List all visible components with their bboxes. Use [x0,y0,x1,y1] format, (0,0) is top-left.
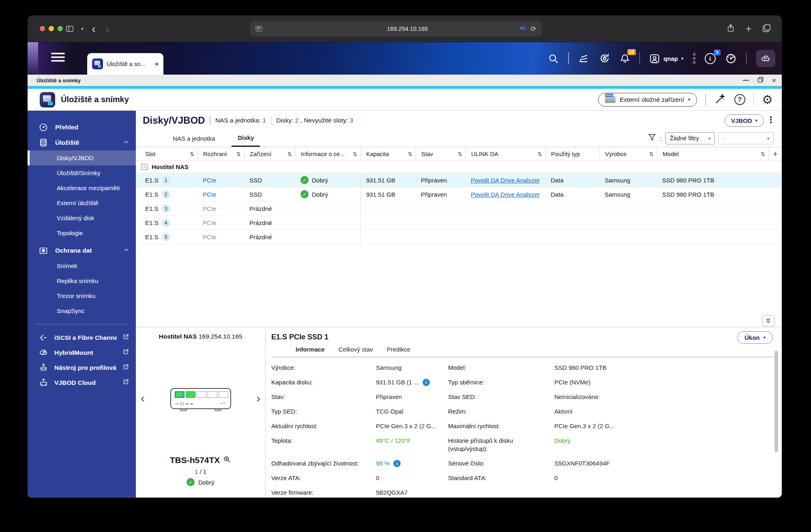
nas-device-illustration[interactable] [170,388,231,409]
minimize-icon[interactable] [743,80,749,81]
tab-disky[interactable]: Disky [232,130,260,147]
tab-overview-icon[interactable] [762,24,771,34]
notifications-bell-icon[interactable]: 10 [620,53,630,64]
mac-zoom-button[interactable] [58,26,63,31]
interface-link[interactable]: PCIe [203,177,216,184]
sidebar-item-externi-uloziste[interactable]: Externí úložiště [28,195,136,210]
sort-icon[interactable]: ⇅ [649,151,654,157]
back-icon[interactable]: ‹ [90,23,97,35]
table-row[interactable]: E1.S1 PCIe SSD ✓Dobrý 931.51 GB Připrave… [136,173,782,187]
vjbod-button[interactable]: VJBOD ▾ [725,114,764,127]
column-model[interactable]: Model⇅ [657,147,768,161]
info-icon[interactable]: i [423,379,430,386]
filter-funnel-icon[interactable] [648,133,657,144]
sync-lock-icon[interactable] [599,53,610,64]
system-info-icon[interactable]: i 3 [705,53,716,64]
external-device-selector[interactable]: Externí úložné zařízení ▾ [598,93,697,107]
filter-dropdown[interactable]: Žádné filtry ▾ [665,132,715,144]
sidebar-section-ochrana-dat[interactable]: Ochrana dat [28,243,136,258]
sort-icon[interactable]: ⇅ [408,151,412,157]
dashboard-gauge-icon[interactable] [725,53,737,64]
device-slot-3[interactable] [197,391,206,398]
sort-icon[interactable]: ⇅ [458,151,462,157]
sidebar-link-profilovani[interactable]: Nástroj pro profilování.. [28,360,136,375]
device-slot-2[interactable] [186,391,195,398]
page-more-options-icon[interactable]: ⋮ [766,115,775,125]
column-kapacita[interactable]: Kapacita⇅ [360,147,416,161]
carousel-left-icon[interactable]: ‹ [141,392,145,404]
sort-icon[interactable]: ⇅ [761,151,765,157]
page-format-icon[interactable] [255,26,262,32]
reload-icon[interactable]: ⟳ [530,25,536,33]
user-menu[interactable]: qnap ▾ [649,53,683,64]
sidebar-item-akcelerace[interactable]: Akcelerace mezipaměti [28,180,136,195]
table-row[interactable]: E1.S3 PCIe Prázdné [136,202,782,216]
search-icon[interactable] [548,53,559,64]
sidebar-item-disky-vjbod[interactable]: Disky/VJBOD [28,150,136,165]
tab-group-caret-icon[interactable]: ▾ [81,26,84,32]
app-taskbar-tab[interactable]: Úložiště a sn... × [87,53,163,75]
column-informace[interactable]: Informace o ce...⇅ [295,147,360,161]
detail-tab-informace[interactable]: Informace [296,346,325,355]
sidebar-item-vzdaleny-disk[interactable]: Vzdálený disk [28,210,136,225]
tab-close-icon[interactable]: × [155,60,159,67]
share-icon[interactable] [726,23,735,34]
sidebar-item-topologie[interactable]: Topologie [28,225,136,240]
table-row[interactable]: E1.S4 PCIe Prázdné [136,216,782,230]
sidebar-toggle-icon[interactable] [65,24,75,33]
collapse-panel-button[interactable] [762,315,775,326]
help-icon[interactable]: ? [734,94,745,105]
ulink-da-link[interactable]: Povolit DA Drive Analyzer [471,191,540,198]
mac-close-button[interactable] [40,26,45,31]
column-ulink-da[interactable]: ULINK DA⇅ [466,147,545,161]
column-rozhrani[interactable]: Rozhraní⇅ [197,147,244,161]
carousel-right-icon[interactable]: › [256,392,260,404]
detail-scrollbar-thumb[interactable] [775,351,778,452]
sidebar-link-iscsi[interactable]: iSCSI a Fibre Channel [28,330,136,345]
more-options-icon[interactable] [693,53,695,64]
table-row[interactable]: E1.S2 PCIe SSD ✓Dobrý 931.51 GB Připrave… [136,187,782,202]
sidebar-item-snapsync[interactable]: SnapSync [28,303,136,318]
forward-icon[interactable]: › [104,23,111,35]
info-icon[interactable]: i [393,460,401,467]
sidebar-item-trezor-snimku[interactable]: Trezor snímku [28,288,136,303]
table-row[interactable]: E1.S5 PCIe Prázdné [136,230,782,244]
device-slot-4[interactable] [208,391,217,398]
tab-nas-a-jednotka[interactable]: NAS a jednotka [167,130,221,147]
collapse-group-icon[interactable]: − [142,164,148,170]
sort-icon[interactable]: ⇅ [190,151,194,157]
column-stav[interactable]: Stav⇅ [416,147,466,161]
settings-gear-icon[interactable]: ⚙ [762,94,773,106]
new-tab-icon[interactable]: + [746,23,751,34]
add-column-icon[interactable]: + [768,147,782,161]
sidebar-link-vjbod-cloud[interactable]: VJBOD Cloud [28,375,136,390]
sidebar-link-hybridmount[interactable]: HybridMount [28,345,136,360]
sort-icon[interactable]: ⇅ [236,151,241,157]
audio-speaker-icon[interactable] [519,25,526,33]
mac-minimize-button[interactable] [49,26,54,31]
sidebar-item-uloziste-snimky[interactable]: Úložiště/Snímky [28,165,136,180]
sidebar-section-uloziste[interactable]: Úložiště [28,135,136,150]
main-menu-icon[interactable] [51,53,65,62]
column-pouzity-typ[interactable]: Použitý typ [545,147,599,161]
sort-icon[interactable]: ⇅ [353,151,357,157]
device-slot-1[interactable] [175,391,185,398]
sidebar-item-prehled[interactable]: Přehled [28,120,136,135]
sidebar-item-replika-snimku[interactable]: Replika snímku [28,273,136,288]
address-bar[interactable]: 169.254.10.165 ⟳ [250,21,542,36]
detail-tab-celkovy-stav[interactable]: Celkový stav [339,346,373,355]
filter-secondary-dropdown[interactable]: - ▾ [719,132,774,144]
url-text[interactable]: 169.254.10.165 [353,26,428,32]
ulink-da-link[interactable]: Povolit DA Drive Analyzer [471,177,540,184]
column-zarizeni[interactable]: Zařízení⇅ [244,147,295,161]
device-slot-5[interactable] [219,391,228,398]
sort-icon[interactable]: ⇅ [287,151,292,157]
column-vyrobce[interactable]: Výrobce⇅ [599,147,657,161]
sort-icon[interactable]: ⇅ [538,151,542,157]
detail-tab-predikce[interactable]: Predikce [387,346,410,355]
zoom-in-icon[interactable] [223,455,231,465]
column-slot[interactable]: Slot⇅ [140,147,197,161]
action-button[interactable]: Úkon ▾ [737,331,773,344]
restore-icon[interactable] [757,76,764,85]
sidebar-item-snimek[interactable]: Snímek [28,258,136,273]
